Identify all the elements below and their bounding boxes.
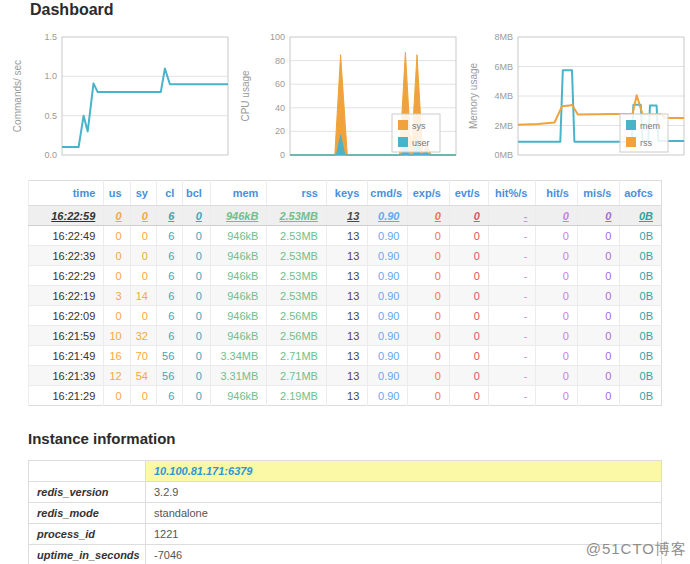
- stats-row-16:22:09: 16:22:090060946kB2.56MB130.9000-000B: [29, 306, 662, 326]
- stats-cell: 16: [104, 346, 130, 366]
- stats-cell[interactable]: 0: [536, 206, 577, 226]
- stats-cell: 2.19MB: [267, 386, 327, 406]
- stats-cell: 0: [577, 246, 620, 266]
- stats-cell: 0: [449, 386, 488, 406]
- stats-cell: 56: [156, 366, 182, 386]
- stats-cell: 2.71MB: [267, 366, 327, 386]
- stats-cell: 0: [577, 346, 620, 366]
- stats-cell: 0: [183, 326, 211, 346]
- y-tick-label: 100: [270, 32, 285, 42]
- y-tick-label: 80: [275, 56, 285, 66]
- stats-cell: 0: [183, 246, 211, 266]
- stats-cell[interactable]: 0: [183, 206, 211, 226]
- legend-swatch-user: [398, 137, 408, 147]
- stats-cell[interactable]: 0: [408, 206, 449, 226]
- charts-row: 0.00.51.01.5Commands/ sec 020406080100CP…: [6, 30, 690, 162]
- stats-cell: 6: [156, 306, 182, 326]
- memory-usage-chart: 0MB2MB4MB6MB8MBMemory usagememrss: [462, 30, 690, 162]
- stats-cell: 13: [326, 286, 367, 306]
- stats-cell: 0: [449, 266, 488, 286]
- stats-cell: 946kB: [210, 306, 266, 326]
- column-header-time: time: [29, 181, 104, 206]
- stats-cell[interactable]: 0B: [620, 206, 662, 226]
- instance-header-empty-cell: [29, 461, 146, 482]
- stats-cell: 0: [449, 346, 488, 366]
- column-header-bcl: bcl: [183, 181, 211, 206]
- stats-cell: 0: [536, 286, 577, 306]
- stats-cell: 0.90: [368, 346, 408, 366]
- stats-cell: 2.53MB: [267, 286, 327, 306]
- page-title: Dashboard: [30, 1, 114, 19]
- stats-cell: 16:21:39: [29, 366, 104, 386]
- stats-cell: -: [488, 346, 536, 366]
- column-header-cmds: cmd/s: [368, 181, 408, 206]
- instance-address[interactable]: 10.100.81.171:6379: [146, 461, 662, 482]
- stats-cell[interactable]: 946kB: [210, 206, 266, 226]
- stats-cell[interactable]: 2.53MB: [267, 206, 327, 226]
- stats-cell: -: [488, 366, 536, 386]
- instance-table: 10.100.81.171:6379redis_version3.2.9redi…: [28, 460, 662, 564]
- stats-cell: 0: [130, 386, 156, 406]
- stats-row-16:21:39: 16:21:3912545603.31MB2.71MB130.9000-000B: [29, 366, 662, 386]
- stats-cell[interactable]: 6: [156, 206, 182, 226]
- y-tick-label: 6MB: [494, 62, 513, 72]
- stats-cell: 0: [408, 286, 449, 306]
- stats-cell: 2.53MB: [267, 246, 327, 266]
- stats-cell: 6: [156, 226, 182, 246]
- stats-cell: 16:22:09: [29, 306, 104, 326]
- stats-cell: 946kB: [210, 326, 266, 346]
- y-tick-label: 20: [275, 126, 285, 136]
- instance-label: process_id: [29, 524, 146, 545]
- legend-label-mem: mem: [640, 121, 660, 131]
- stats-cell: 13: [326, 226, 367, 246]
- y-tick-label: 40: [275, 103, 285, 113]
- stats-table: timeussyclbclmemrsskeyscmd/sexp/sevt/shi…: [28, 180, 662, 406]
- stats-cell: 0B: [620, 386, 662, 406]
- stats-cell: 6: [156, 246, 182, 266]
- watermark: @51CTO博客: [586, 540, 687, 559]
- stats-cell[interactable]: 0: [130, 206, 156, 226]
- stats-cell[interactable]: 0: [577, 206, 620, 226]
- stats-cell: 0: [408, 226, 449, 246]
- legend-swatch-mem: [626, 120, 636, 130]
- stats-cell[interactable]: 0: [449, 206, 488, 226]
- stats-table-container: timeussyclbclmemrsskeyscmd/sexp/sevt/shi…: [28, 180, 662, 406]
- instance-row-redis_mode: redis_modestandalone: [29, 503, 662, 524]
- instance-label: redis_mode: [29, 503, 146, 524]
- stats-cell: 54: [130, 366, 156, 386]
- stats-cell[interactable]: 0.90: [368, 206, 408, 226]
- stats-cell: 0B: [620, 346, 662, 366]
- plot-frame: [62, 37, 228, 155]
- stats-cell: 13: [326, 366, 367, 386]
- stats-cell: 6: [156, 326, 182, 346]
- stats-cell[interactable]: 16:22:59: [29, 206, 104, 226]
- stats-cell: 16:22:49: [29, 226, 104, 246]
- stats-cell: 2.53MB: [267, 226, 327, 246]
- y-tick-label: 1.0: [44, 71, 57, 81]
- stats-cell: 0: [536, 246, 577, 266]
- stats-header-row: timeussyclbclmemrsskeyscmd/sexp/sevt/shi…: [29, 181, 662, 206]
- stats-cell: 0: [183, 386, 211, 406]
- stats-cell: 0B: [620, 266, 662, 286]
- y-axis-title: CPU usage: [240, 70, 251, 122]
- stats-row-16:22:39: 16:22:390060946kB2.53MB130.9000-000B: [29, 246, 662, 266]
- legend-label-sys: sys: [412, 121, 426, 131]
- stats-cell: 0: [183, 306, 211, 326]
- stats-row-16:21:29: 16:21:290060946kB2.19MB130.9000-000B: [29, 386, 662, 406]
- stats-cell: 16:21:59: [29, 326, 104, 346]
- y-tick-label: 60: [275, 79, 285, 89]
- stats-cell: 0: [577, 366, 620, 386]
- legend-swatch-rss: [626, 137, 636, 147]
- instance-row-process_id: process_id1221: [29, 524, 662, 545]
- stats-cell[interactable]: 0: [104, 206, 130, 226]
- stats-cell: 10: [104, 326, 130, 346]
- stats-cell: 0: [449, 326, 488, 346]
- stats-cell: 0: [130, 246, 156, 266]
- stats-cell[interactable]: 13: [326, 206, 367, 226]
- stats-cell: 6: [156, 386, 182, 406]
- stats-cell[interactable]: -: [488, 206, 536, 226]
- y-tick-label: 0: [280, 150, 285, 160]
- stats-cell: 13: [326, 306, 367, 326]
- stats-cell: 0.90: [368, 366, 408, 386]
- stats-cell: -: [488, 306, 536, 326]
